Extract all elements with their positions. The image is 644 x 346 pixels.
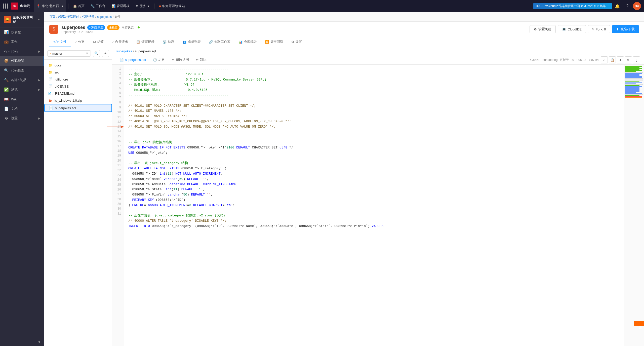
code-actions: ⤢ 📋 ⬇ ✏ ⋮ — [601, 56, 640, 63]
code-line: 098658;">`AddDate` datetime DEFAULT CURR… — [128, 182, 620, 187]
code-line: 098658;">`PinYin` varchar(50) DEFAULT ''… — [128, 192, 620, 198]
branch-icon: ⑂ — [50, 52, 51, 55]
code-tab-blame[interactable]: ✏ 修改追溯 — [168, 55, 192, 64]
code-tabs: 📄 superjokes.sql 🕐 历史 ✏ 修改追溯 ⇔ — [112, 55, 644, 65]
repo-name: superjokes — [61, 25, 85, 30]
line-number: 30 — [112, 207, 124, 211]
code-tab-history[interactable]: 🕐 历史 — [149, 55, 168, 64]
brand-name: 华为云 — [20, 4, 30, 8]
file-gitignore[interactable]: 📄 .gitignore — [44, 76, 112, 83]
sidebar-item-label: 设置 — [11, 116, 18, 121]
zip-icon: 🗜 — [48, 98, 52, 102]
settings-tab-icon: ⚙ — [291, 40, 294, 44]
branch-dropdown-icon: ▼ — [86, 52, 89, 55]
branch-name: master — [52, 52, 62, 55]
help-button[interactable]: ? — [623, 2, 632, 11]
code-breadcrumb-root[interactable]: superjokes — [116, 49, 132, 53]
download-raw-button[interactable]: ⬇ — [617, 56, 624, 63]
sidebar-item-docs[interactable]: 📄 文档 — [0, 104, 44, 113]
file-license[interactable]: 📄 LICENSE — [44, 83, 112, 90]
tab-merge[interactable]: ⑂ 合并请求 — [108, 37, 132, 47]
line-number: 18 — [112, 149, 124, 153]
workbench-icon: 🔧 — [91, 4, 95, 8]
nav-dashboard[interactable]: 📊 管理看板 — [109, 0, 132, 12]
location-selector[interactable]: 📍 华北-北京四 ▼ — [34, 0, 66, 12]
code-line: USE 098658;">`joke`; — [128, 150, 620, 156]
sidebar-brand[interactable]: 😂 超级冷笑话网站 ▼ — [0, 12, 44, 27]
tab-members[interactable]: 👥 成员列表 — [178, 37, 205, 47]
fork-icon: ⑂ — [592, 27, 594, 31]
file-zip[interactable]: 🗜 iis_windows-1.0.zip — [44, 97, 112, 104]
repo-id: Repository ID: 2139658 — [61, 30, 140, 34]
tab-tags[interactable]: 🏷 标签 — [89, 37, 108, 47]
breadcrumb-home[interactable]: 首页 — [49, 15, 55, 19]
network-tab-icon: 🔀 — [265, 40, 269, 44]
tab-review[interactable]: 📋 评审记录 — [132, 37, 158, 47]
code-view: 1234567891011121314151617181920212223242… — [112, 65, 644, 346]
sql-icon: 📄 — [49, 106, 53, 110]
breadcrumb-project[interactable]: superjokes — [97, 15, 112, 19]
code-line: /*!40000 ALTER TABLE `t_category` DISABL… — [128, 218, 620, 224]
file-add-button[interactable]: + — [102, 50, 109, 57]
setup-build-button[interactable]: ⚙ 设置构建 — [530, 25, 556, 33]
brand-icon: 😂 — [4, 16, 11, 23]
tab-bar: </> 文件 ⑂ 分支 🏷 标签 ⑂ 合并请求 📋 评审记录 — [44, 37, 644, 47]
test-arrow-icon: ▶ — [38, 88, 40, 91]
tab-branches[interactable]: ⑂ 分支 — [71, 37, 89, 47]
nav-home[interactable]: 🏠 首页 — [70, 0, 87, 12]
idc-banner: IDC DevCloud产品连续位居中国DevOps平台市场第一 — [533, 3, 612, 9]
left-sidebar: 😂 超级冷笑话网站 ▼ 📊 仪表盘 💼 工作 </> 代码 ▶ 📦 代码托管 — [0, 12, 44, 346]
breadcrumb-repo[interactable]: 代码托管 — [82, 15, 94, 19]
file-list: 📁 docs 📁 src 📄 .gitignore 📄 — [44, 60, 112, 346]
code-tab-file[interactable]: 📄 superjokes.sql — [116, 56, 149, 64]
repo-header: S superjokes 代码健康度 未检查 同步状态： Repository … — [44, 22, 644, 37]
sidebar-item-settings[interactable]: ⚙ 设置 ▶ — [0, 113, 44, 123]
branch-selector[interactable]: ⑂ master ▼ — [47, 50, 91, 57]
edit-button[interactable]: ✏ — [625, 56, 632, 63]
sidebar-item-work[interactable]: 💼 工作 — [0, 37, 44, 47]
code-line — [128, 98, 620, 103]
notification-button[interactable]: 🔔 — [613, 2, 622, 11]
code-tab-diff[interactable]: ⇔ 对比 — [192, 55, 210, 64]
sidebar-item-repo[interactable]: 📦 代码托管 — [0, 56, 44, 66]
nav-workbench[interactable]: 🔧 工作台 — [88, 0, 108, 12]
nav-services[interactable]: ⚙ 服务 ▼ — [133, 0, 152, 12]
customer-service-button[interactable]: 客服咨询 — [634, 321, 644, 326]
line-number: 19 — [112, 153, 124, 158]
avatar-button[interactable]: HA — [633, 2, 641, 10]
sidebar-item-code[interactable]: </> 代码 ▶ — [0, 47, 44, 56]
line-number: 23 — [112, 173, 124, 178]
sidebar-collapse-button[interactable]: ◀ — [0, 337, 44, 346]
folder-docs[interactable]: 📁 docs — [44, 62, 112, 69]
fork-button[interactable]: ⑂ Fork: 0 — [588, 25, 610, 33]
sidebar-item-wiki[interactable]: 📖 Wiki — [0, 94, 44, 104]
file-item-name: superjokes.sql — [55, 106, 76, 110]
tab-settings[interactable]: ⚙ 设置 — [287, 37, 306, 47]
code-content[interactable]: 1234567891011121314151617181920212223242… — [112, 65, 624, 346]
clone-download-button[interactable]: ⬇ 克隆/下载 — [612, 25, 639, 33]
sidebar-item-build[interactable]: 🔨 构建&制品 ▶ — [0, 75, 44, 85]
sidebar-item-label: 代码 — [11, 49, 18, 54]
folder-src[interactable]: 📁 src — [44, 69, 112, 76]
sidebar-item-codereview[interactable]: 🔍 代码检查 — [0, 66, 44, 75]
cloudide-button[interactable]: 💻 CloudIDE — [558, 25, 586, 33]
tab-files[interactable]: </> 文件 — [49, 37, 71, 47]
nav-opensource[interactable]: ■ 华为开源镜像站 — [156, 0, 187, 12]
file-search-button[interactable]: 🔍 — [93, 50, 100, 57]
tab-activity[interactable]: 📡 动态 — [158, 37, 178, 47]
tab-workitems[interactable]: 🔗 关联工作项 — [205, 37, 234, 47]
tab-stats[interactable]: 📊 仓库统计 — [234, 37, 261, 47]
file-sql[interactable]: 📄 superjokes.sql — [44, 104, 112, 112]
line-number: 28 — [112, 197, 124, 202]
copy-button[interactable]: 📋 — [609, 56, 616, 63]
breadcrumb-site[interactable]: 超级冷笑话网站 — [58, 15, 79, 19]
code-line: 098658;">`State` int(11) DEFAULT '1', — [128, 187, 620, 192]
more-button[interactable]: ⋮ — [633, 56, 640, 63]
grid-menu-icon[interactable] — [3, 4, 8, 9]
test-icon: ✅ — [4, 87, 9, 92]
tab-network[interactable]: 🔀 提交网络 — [261, 37, 287, 47]
sidebar-item-dashboard[interactable]: 📊 仪表盘 — [0, 27, 44, 37]
expand-button[interactable]: ⤢ — [601, 56, 608, 63]
sidebar-item-test[interactable]: ✅ 测试 ▶ — [0, 85, 44, 94]
file-readme[interactable]: M↓ README.md — [44, 90, 112, 97]
